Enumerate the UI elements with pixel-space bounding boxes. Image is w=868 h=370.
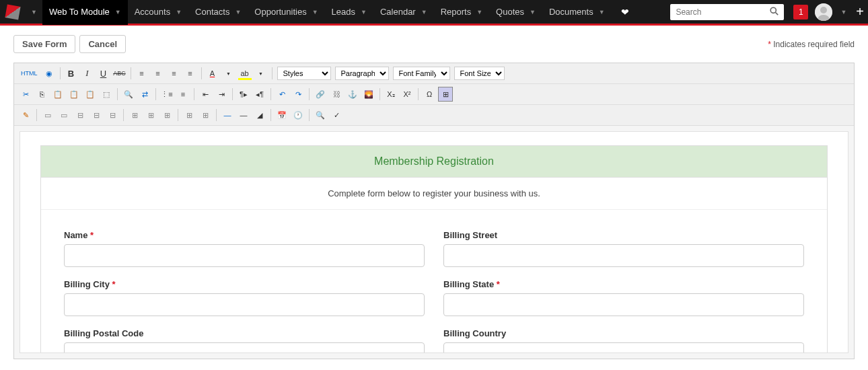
anchor-icon[interactable]: ⚓ — [345, 87, 360, 102]
delete-row-icon[interactable]: ⊟ — [105, 108, 120, 122]
fontsize-select[interactable]: Font Size — [454, 67, 505, 80]
nav-item-quotes[interactable]: Quotes▼ — [489, 0, 542, 25]
editor: HTML ◉ B I U ABC ≡ ≡ ≡ ≡ A ▼ ab ▼ Styles… — [13, 63, 855, 359]
avatar-dropdown[interactable]: ▼ — [835, 9, 852, 15]
nav-item-accounts[interactable]: Accounts▼ — [128, 0, 188, 25]
table-icon[interactable]: ⊞ — [438, 87, 453, 102]
editor-content[interactable]: Membership Registration Complete form be… — [20, 132, 848, 353]
field-input[interactable] — [64, 244, 425, 267]
find-icon[interactable]: 🔍 — [121, 87, 136, 102]
undo-icon[interactable]: ↶ — [275, 87, 289, 102]
replace-icon[interactable]: ⇄ — [137, 87, 152, 102]
bold-icon[interactable]: B — [64, 66, 79, 81]
image-icon[interactable]: 🌄 — [361, 87, 376, 102]
field-label: Billing Street — [443, 230, 804, 240]
avatar[interactable] — [815, 3, 832, 21]
styles-select[interactable]: Styles — [277, 67, 331, 80]
outdent-icon[interactable]: ⇤ — [198, 87, 213, 102]
delete-col-icon[interactable]: ⊞ — [159, 108, 174, 122]
nav-item-opportunities[interactable]: Opportunities▼ — [248, 0, 324, 25]
insert-col-before-icon[interactable]: ⊞ — [127, 108, 142, 122]
underline-icon[interactable]: U — [96, 66, 111, 81]
redo-icon[interactable]: ↷ — [291, 87, 305, 102]
edit-table-icon[interactable]: ✎ — [18, 108, 33, 122]
time-icon[interactable]: 🕐 — [291, 108, 305, 122]
insert-col-after-icon[interactable]: ⊞ — [143, 108, 158, 122]
paste-text-icon[interactable]: 📋 — [67, 87, 81, 102]
align-left-icon[interactable]: ≡ — [135, 66, 149, 81]
number-list-icon[interactable]: ≡ — [176, 87, 190, 102]
cell-props-icon[interactable]: ▭ — [57, 108, 71, 122]
cut-icon[interactable]: ✂ — [18, 87, 33, 102]
html-button[interactable]: HTML — [18, 66, 40, 81]
svg-point-0 — [771, 7, 776, 13]
required-note: * Indicates required field — [768, 40, 855, 49]
nav-web-to-module[interactable]: Web To Module ▼ — [42, 0, 128, 25]
form-field: Billing Postal Code — [55, 328, 434, 353]
italic-icon[interactable]: I — [80, 66, 95, 81]
editor-body: Membership Registration Complete form be… — [20, 131, 848, 353]
hr-icon[interactable]: — — [220, 108, 235, 122]
indent-icon[interactable]: ⇥ — [214, 87, 229, 102]
copy-icon[interactable]: ⎘ — [34, 87, 49, 102]
rtl-icon[interactable]: ◂¶ — [252, 87, 267, 102]
chevron-down-icon: ▼ — [235, 9, 241, 15]
char-icon[interactable]: Ω — [422, 87, 437, 102]
notification-badge[interactable]: 1 — [793, 5, 808, 20]
ltr-icon[interactable]: ¶▸ — [236, 87, 251, 102]
field-input[interactable] — [64, 342, 425, 353]
highlight-dd-icon[interactable]: ▼ — [254, 66, 268, 81]
align-center-icon[interactable]: ≡ — [151, 66, 166, 81]
preview-icon[interactable]: 🔍 — [313, 108, 328, 122]
field-input[interactable] — [443, 342, 804, 353]
link-icon[interactable]: 🔗 — [313, 87, 328, 102]
color-dd-icon[interactable]: ▼ — [221, 66, 236, 81]
logo-dropdown[interactable]: ▼ — [26, 9, 42, 15]
field-label: Billing City * — [64, 279, 425, 289]
help-icon[interactable]: ◉ — [42, 66, 57, 81]
nav-item-reports[interactable]: Reports▼ — [434, 0, 489, 25]
search-icon[interactable] — [764, 7, 784, 17]
nav-item-documents[interactable]: Documents▼ — [542, 0, 612, 25]
field-input[interactable] — [443, 244, 804, 267]
strike-icon[interactable]: ABC — [112, 66, 127, 81]
merge-cells-icon[interactable]: ⊞ — [182, 108, 196, 122]
eraser-icon[interactable]: ◢ — [252, 108, 267, 122]
insert-row-after-icon[interactable]: ⊟ — [89, 108, 104, 122]
align-right-icon[interactable]: ≡ — [167, 66, 182, 81]
text-color-icon[interactable]: A — [205, 66, 220, 81]
paragraph-select[interactable]: Paragraph — [335, 67, 389, 80]
paste-word-icon[interactable]: 📋 — [83, 87, 98, 102]
logo[interactable] — [0, 0, 26, 25]
unlink-icon[interactable]: ⛓ — [329, 87, 344, 102]
paste-icon[interactable]: 📋 — [50, 87, 65, 102]
top-nav: ▼ Web To Module ▼ Accounts▼Contacts▼Oppo… — [0, 0, 868, 26]
chevron-down-icon: ▼ — [599, 9, 605, 15]
split-cells-icon[interactable]: ⊞ — [198, 108, 213, 122]
field-label: Name * — [64, 230, 425, 240]
sub-icon[interactable]: X₂ — [384, 87, 398, 102]
add-icon[interactable]: + — [852, 4, 868, 20]
field-input[interactable] — [443, 293, 804, 316]
insert-row-before-icon[interactable]: ⊟ — [73, 108, 87, 122]
nav-item-calendar[interactable]: Calendar▼ — [373, 0, 434, 25]
nav-more[interactable]: ❤ — [612, 0, 639, 25]
cancel-button[interactable]: Cancel — [79, 35, 126, 53]
nav-item-contacts[interactable]: Contacts▼ — [188, 0, 248, 25]
search-input[interactable] — [670, 7, 764, 17]
nav-item-leads[interactable]: Leads▼ — [325, 0, 373, 25]
fontfamily-select[interactable]: Font Family — [393, 67, 450, 80]
sup-icon[interactable]: X² — [400, 87, 414, 102]
save-button[interactable]: Save Form — [13, 35, 75, 53]
row-props-icon[interactable]: ▭ — [40, 108, 55, 122]
highlight-icon[interactable]: ab — [238, 66, 252, 81]
form-field: Billing Street — [434, 230, 813, 279]
field-input[interactable] — [64, 293, 425, 316]
align-justify-icon[interactable]: ≡ — [183, 66, 198, 81]
remove-format-icon[interactable]: — — [236, 108, 251, 122]
form-field: Billing Country — [434, 328, 813, 353]
select-all-icon[interactable]: ⬚ — [99, 87, 114, 102]
date-icon[interactable]: 📅 — [275, 108, 289, 122]
bullet-list-icon[interactable]: ⋮≡ — [159, 87, 174, 102]
spell-icon[interactable]: ✓ — [329, 108, 344, 122]
